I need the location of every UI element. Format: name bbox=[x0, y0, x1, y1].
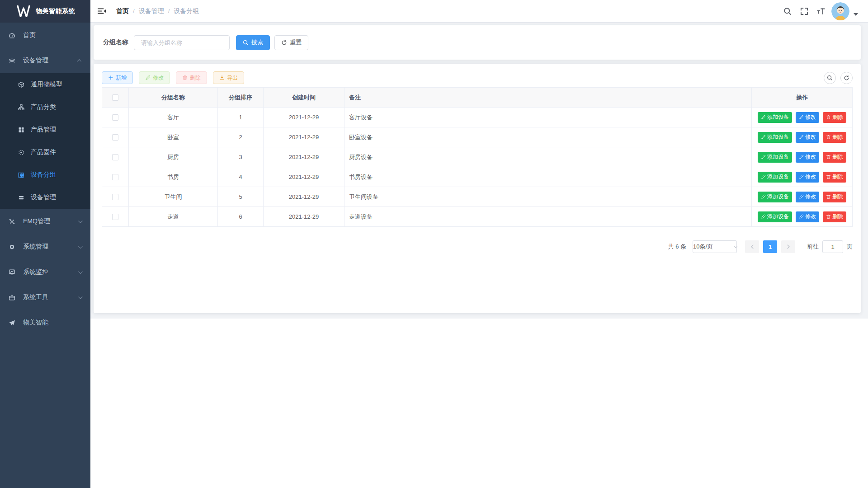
toggle-search-icon[interactable] bbox=[824, 72, 836, 84]
cell-group-name: 书房 bbox=[129, 167, 218, 187]
row-delete-button[interactable]: 删除 bbox=[823, 152, 846, 163]
page-1-button[interactable]: 1 bbox=[763, 240, 777, 253]
fullscreen-icon[interactable] bbox=[800, 7, 808, 15]
grid-icon bbox=[18, 127, 24, 133]
sidebar-item-system-mgmt[interactable]: 系统管理 bbox=[0, 234, 90, 259]
row-delete-button[interactable]: 删除 bbox=[823, 172, 846, 183]
app-title: 物美智能系统 bbox=[36, 7, 75, 15]
export-button-label: 导出 bbox=[227, 74, 238, 82]
row-edit-button[interactable]: 修改 bbox=[796, 211, 819, 222]
header-actions: 操作 bbox=[752, 88, 853, 108]
group-name-input[interactable] bbox=[134, 35, 230, 50]
add-button-label: 新增 bbox=[116, 74, 127, 82]
row-checkbox[interactable] bbox=[112, 154, 118, 160]
sidebar-item-label: 通用物模型 bbox=[31, 80, 62, 89]
row-checkbox[interactable] bbox=[112, 174, 118, 180]
reset-button[interactable]: 重置 bbox=[274, 35, 308, 50]
add-device-button[interactable]: 添加设备 bbox=[758, 211, 792, 222]
sidebar-fold-icon[interactable] bbox=[98, 8, 106, 14]
cell-created-time: 2021-12-29 bbox=[264, 147, 344, 167]
add-device-button[interactable]: 添加设备 bbox=[758, 152, 792, 163]
sidebar-item-device-mgmt[interactable]: 设备管理 bbox=[0, 48, 90, 73]
row-checkbox[interactable] bbox=[112, 214, 118, 220]
search-button-label: 搜索 bbox=[251, 38, 263, 47]
cell-remark: 卫生间设备 bbox=[344, 187, 752, 207]
sidebar-item-label: 设备管理 bbox=[31, 193, 56, 202]
cell-remark: 厨房设备 bbox=[344, 147, 752, 167]
goto-page-input[interactable] bbox=[822, 240, 843, 253]
cell-remark: 书房设备 bbox=[344, 167, 752, 187]
row-delete-button[interactable]: 删除 bbox=[823, 112, 846, 123]
edit-button[interactable]: 修改 bbox=[139, 71, 170, 84]
next-page-button[interactable] bbox=[781, 240, 795, 253]
delete-button[interactable]: 删除 bbox=[176, 71, 207, 84]
add-device-button[interactable]: 添加设备 bbox=[758, 132, 792, 143]
add-device-label: 添加设备 bbox=[767, 193, 789, 201]
breadcrumb-device-mgmt[interactable]: 设备管理 bbox=[139, 7, 164, 15]
sidebar-item-wumei[interactable]: 物美智能 bbox=[0, 310, 90, 335]
device-group-table: 分组名称 分组排序 创建时间 备注 操作 客厅12021-12-29客厅设备添加… bbox=[102, 87, 853, 227]
gear-icon bbox=[9, 244, 15, 250]
sidebar-subitem-product-category[interactable]: 产品分类 bbox=[0, 96, 90, 118]
add-device-button[interactable]: 添加设备 bbox=[758, 112, 792, 123]
cube-icon bbox=[18, 81, 24, 88]
navbar-right bbox=[775, 2, 858, 20]
add-device-button[interactable]: 添加设备 bbox=[758, 172, 792, 183]
cell-actions: 添加设备修改删除 bbox=[752, 127, 853, 147]
sidebar-item-system-monitor[interactable]: 系统监控 bbox=[0, 259, 90, 285]
sidebar-item-home[interactable]: 首页 bbox=[0, 23, 90, 48]
prev-page-button[interactable] bbox=[745, 240, 759, 253]
row-delete-label: 删除 bbox=[832, 153, 843, 161]
row-delete-label: 删除 bbox=[832, 213, 843, 221]
table-row: 走道62021-12-29走道设备添加设备修改删除 bbox=[102, 207, 853, 227]
refresh-icon[interactable] bbox=[840, 72, 853, 84]
avatar-caret-down-icon[interactable] bbox=[854, 13, 858, 16]
header-search-icon[interactable] bbox=[783, 7, 792, 15]
search-button[interactable]: 搜索 bbox=[236, 35, 270, 50]
row-edit-button[interactable]: 修改 bbox=[796, 112, 819, 123]
breadcrumb-home[interactable]: 首页 bbox=[116, 7, 129, 15]
add-device-button[interactable]: 添加设备 bbox=[758, 192, 792, 202]
cell-created-time: 2021-12-29 bbox=[264, 167, 344, 187]
chevron-down-icon bbox=[78, 295, 83, 299]
cell-group-order: 4 bbox=[218, 167, 264, 187]
row-edit-button[interactable]: 修改 bbox=[796, 192, 819, 202]
row-checkbox[interactable] bbox=[112, 114, 118, 121]
table-header-row: 分组名称 分组排序 创建时间 备注 操作 bbox=[102, 88, 853, 108]
toolbar-right bbox=[824, 72, 853, 84]
sidebar-item-system-tools[interactable]: 系统工具 bbox=[0, 285, 90, 310]
cell-remark: 卧室设备 bbox=[344, 127, 752, 147]
page-size-select[interactable]: 10条/页 bbox=[693, 240, 737, 253]
row-checkbox[interactable] bbox=[112, 134, 118, 141]
app-logo: 物美智能系统 bbox=[0, 0, 90, 23]
select-all-checkbox[interactable] bbox=[112, 94, 118, 101]
avatar[interactable] bbox=[831, 2, 849, 20]
chevron-down-icon bbox=[78, 244, 83, 249]
row-edit-button[interactable]: 修改 bbox=[796, 172, 819, 183]
sidebar-subitem-device-group[interactable]: 设备分组 bbox=[0, 164, 90, 186]
bars-icon bbox=[18, 194, 24, 201]
chevron-down-icon bbox=[734, 244, 737, 248]
sidebar-subitem-firmware[interactable]: 产品固件 bbox=[0, 141, 90, 164]
row-checkbox[interactable] bbox=[112, 194, 118, 200]
sidebar-item-emq[interactable]: EMQ管理 bbox=[0, 209, 90, 234]
cell-remark: 客厅设备 bbox=[344, 108, 752, 127]
row-edit-button[interactable]: 修改 bbox=[796, 152, 819, 163]
cell-group-name: 厨房 bbox=[129, 147, 218, 167]
sidebar-subitem-product-mgmt[interactable]: 产品管理 bbox=[0, 118, 90, 141]
cell-group-order: 3 bbox=[218, 147, 264, 167]
sidebar-item-label: 设备分组 bbox=[31, 171, 56, 179]
add-button[interactable]: 新增 bbox=[102, 71, 133, 84]
row-delete-button[interactable]: 删除 bbox=[823, 132, 846, 143]
row-edit-button[interactable]: 修改 bbox=[796, 132, 819, 143]
sidebar-subitem-device-list[interactable]: 设备管理 bbox=[0, 186, 90, 209]
page-size-value: 10条/页 bbox=[693, 243, 713, 251]
row-delete-button[interactable]: 删除 bbox=[823, 211, 846, 222]
table-row: 书房42021-12-29书房设备添加设备修改删除 bbox=[102, 167, 853, 187]
row-delete-button[interactable]: 删除 bbox=[823, 192, 846, 202]
cell-group-order: 6 bbox=[218, 207, 264, 227]
export-button[interactable]: 导出 bbox=[213, 71, 244, 84]
firmware-icon bbox=[18, 149, 24, 155]
sidebar-subitem-thing-model[interactable]: 通用物模型 bbox=[0, 73, 90, 96]
font-size-icon[interactable] bbox=[817, 7, 825, 15]
